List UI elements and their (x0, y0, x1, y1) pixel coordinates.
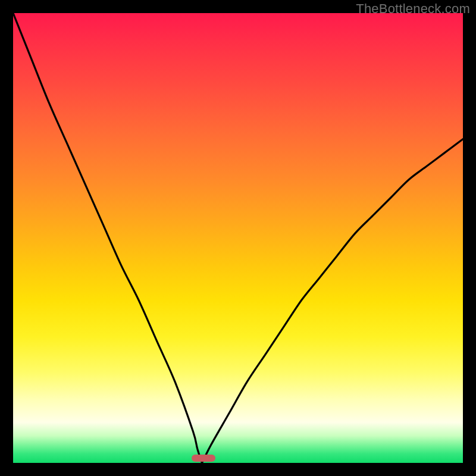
curve-layer (13, 13, 463, 463)
optimum-marker (192, 455, 215, 462)
curve-left (13, 13, 202, 463)
watermark-text: TheBottleneck.com (356, 1, 470, 17)
curve-right (202, 139, 464, 463)
plot-frame (13, 13, 463, 463)
